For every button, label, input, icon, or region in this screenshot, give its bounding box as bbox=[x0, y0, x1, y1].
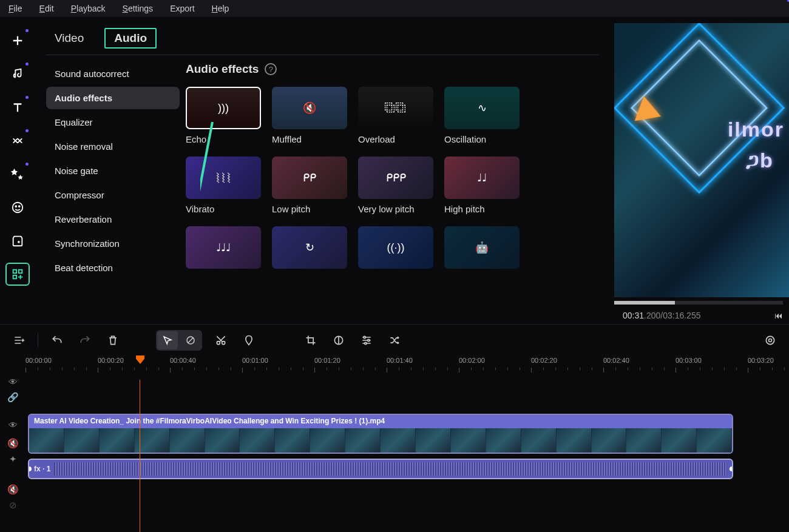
menu-edit[interactable]: Edit bbox=[39, 4, 54, 13]
tab-video[interactable]: Video bbox=[46, 29, 92, 47]
effect-oscillation[interactable]: ∿Oscillation bbox=[444, 87, 520, 144]
preview-panel: ilmorጋb 00:31.200/03:16.255 ⏮ bbox=[613, 17, 789, 324]
color-icon[interactable] bbox=[330, 331, 348, 349]
sidebar-item-sound-autocorrect[interactable]: Sound autocorrect bbox=[46, 62, 180, 85]
transition-icon[interactable] bbox=[5, 129, 30, 152]
effect-muffled[interactable]: 🔇Muffled bbox=[272, 87, 347, 144]
waveform bbox=[54, 462, 727, 476]
apps-icon[interactable] bbox=[5, 263, 30, 286]
sidebar-item-reverberation[interactable]: Reverberation bbox=[46, 208, 180, 231]
effect-high-pitch[interactable]: ♩♩High pitch bbox=[444, 157, 520, 214]
effect-overload[interactable]: ⿻⿻Overload bbox=[358, 87, 433, 144]
menu-help[interactable]: Help bbox=[212, 4, 229, 13]
ruler-tick: 00:02:40 bbox=[603, 357, 629, 364]
effect-label: Muffled bbox=[272, 134, 347, 144]
track-area[interactable]: Master AI Video Creation_ Join the #Film… bbox=[25, 374, 789, 532]
effect-label: High pitch bbox=[444, 204, 520, 214]
sticker-icon[interactable] bbox=[5, 196, 30, 219]
svg-rect-5 bbox=[13, 275, 17, 279]
effects-icon[interactable] bbox=[5, 163, 30, 186]
sidebar-item-noise-gate[interactable]: Noise gate bbox=[46, 160, 180, 182]
settings-icon[interactable] bbox=[761, 331, 779, 349]
fx-icon[interactable]: ✦ bbox=[0, 451, 25, 467]
ruler-tick: 00:00:40 bbox=[170, 357, 196, 364]
delete-icon[interactable] bbox=[104, 331, 122, 349]
svg-point-12 bbox=[368, 339, 370, 341]
select-tool-icon[interactable] bbox=[157, 331, 178, 349]
clip-title: Master AI Video Creation_ Join the #Film… bbox=[29, 415, 732, 428]
tab-audio[interactable]: Audio bbox=[104, 28, 157, 49]
sidebar-item-compressor[interactable]: Compressor bbox=[46, 184, 180, 206]
timeline-ruler[interactable]: 00:00:0000:00:2000:00:4000:01:0000:01:20… bbox=[25, 355, 789, 374]
effect-unnamed-8[interactable]: ♩♩♩ bbox=[186, 226, 261, 274]
svg-point-13 bbox=[365, 342, 367, 344]
cut-icon[interactable] bbox=[212, 331, 230, 349]
effect-low-pitch[interactable]: ᑭᑭLow pitch bbox=[272, 157, 347, 214]
audio-clip[interactable]: fx · 1 bbox=[28, 459, 733, 479]
effect-label: Very low pitch bbox=[358, 204, 433, 214]
effect-unnamed-10[interactable]: ((·)) bbox=[358, 226, 433, 274]
svg-point-0 bbox=[13, 203, 23, 213]
preview-canvas[interactable]: ilmorጋb bbox=[614, 23, 789, 297]
svg-point-11 bbox=[364, 336, 365, 338]
svg-rect-3 bbox=[13, 270, 17, 274]
shuffle-icon[interactable] bbox=[385, 331, 404, 349]
playhead[interactable] bbox=[136, 355, 144, 364]
ruler-tick: 00:00:20 bbox=[98, 357, 124, 364]
svg-point-1 bbox=[15, 206, 16, 207]
track-add-icon[interactable] bbox=[10, 331, 28, 349]
help-icon[interactable]: ? bbox=[265, 63, 277, 75]
upload-icon[interactable] bbox=[5, 229, 30, 252]
menu-settings[interactable]: Settings bbox=[123, 4, 154, 13]
disable-tool-icon[interactable] bbox=[180, 331, 201, 349]
media-tabs: Video Audio bbox=[46, 28, 598, 55]
sidebar-item-audio-effects[interactable]: Audio effects bbox=[46, 87, 180, 109]
effect-echo[interactable]: )‎)‎)Echo bbox=[186, 87, 261, 144]
audio-category-list: Sound autocorrectAudio effectsEqualizerN… bbox=[46, 62, 186, 324]
ruler-tick: 00:02:20 bbox=[531, 357, 557, 364]
redo-icon[interactable] bbox=[76, 331, 94, 349]
ruler-tick: 00:01:20 bbox=[314, 357, 340, 364]
prev-frame-icon[interactable]: ⏮ bbox=[774, 311, 783, 320]
mute-icon[interactable]: 🔇 bbox=[0, 482, 25, 497]
marker-icon[interactable] bbox=[240, 331, 258, 349]
preview-progress[interactable] bbox=[614, 301, 783, 305]
fx-label: fx · 1 bbox=[34, 465, 50, 473]
adjust-icon[interactable] bbox=[357, 331, 376, 349]
effects-grid: )‎)‎)Echo🔇Muffled⿻⿻Overload∿Oscillation⦚… bbox=[186, 87, 592, 274]
preview-timecode: 00:31.200/03:16.255 ⏮ bbox=[623, 311, 789, 320]
timeline-toolbar bbox=[0, 324, 789, 355]
text-icon[interactable] bbox=[5, 96, 30, 119]
effect-vibrato[interactable]: ⦚⦚⦚Vibrato bbox=[186, 157, 261, 214]
menu-file[interactable]: File bbox=[8, 4, 22, 13]
crop-icon[interactable] bbox=[302, 331, 320, 349]
visibility-icon[interactable]: 👁 bbox=[0, 414, 25, 436]
add-icon[interactable] bbox=[5, 29, 30, 52]
effects-title: Audio effects bbox=[186, 62, 259, 76]
effect-unnamed-9[interactable]: ↻ bbox=[272, 226, 347, 274]
sidebar-item-synchronization[interactable]: Synchronization bbox=[46, 232, 180, 255]
link-icon[interactable]: 🔗 bbox=[0, 389, 25, 405]
music-icon[interactable] bbox=[5, 62, 30, 86]
ruler-tick: 00:00:00 bbox=[25, 357, 52, 364]
ruler-tick: 00:01:00 bbox=[242, 357, 268, 364]
svg-point-2 bbox=[19, 206, 20, 207]
video-clip[interactable]: Master AI Video Creation_ Join the #Film… bbox=[28, 414, 733, 454]
undo-icon[interactable] bbox=[48, 331, 66, 349]
sidebar-item-noise-removal[interactable]: Noise removal bbox=[46, 135, 180, 158]
sidebar-item-beat-detection[interactable]: Beat detection bbox=[46, 257, 180, 279]
menu-playback[interactable]: Playback bbox=[71, 4, 106, 13]
sidebar-item-equalizer[interactable]: Equalizer bbox=[46, 111, 180, 133]
visibility-icon[interactable]: 👁 bbox=[0, 374, 25, 389]
effect-unnamed-11[interactable]: 🤖 bbox=[444, 226, 520, 274]
hidden-icon[interactable]: ⊘ bbox=[0, 497, 25, 513]
effect-label: Vibrato bbox=[186, 204, 261, 214]
svg-point-15 bbox=[769, 338, 772, 342]
clip-handle-left[interactable] bbox=[28, 465, 33, 473]
left-tool-strip bbox=[0, 17, 35, 324]
effect-very-low-pitch[interactable]: ᑭᑭᑭVery low pitch bbox=[358, 157, 433, 214]
clip-handle-right[interactable] bbox=[728, 465, 733, 473]
menu-export[interactable]: Export bbox=[170, 4, 194, 13]
effect-label: Overload bbox=[358, 134, 433, 144]
mute-icon[interactable]: 🔇 bbox=[0, 436, 25, 451]
